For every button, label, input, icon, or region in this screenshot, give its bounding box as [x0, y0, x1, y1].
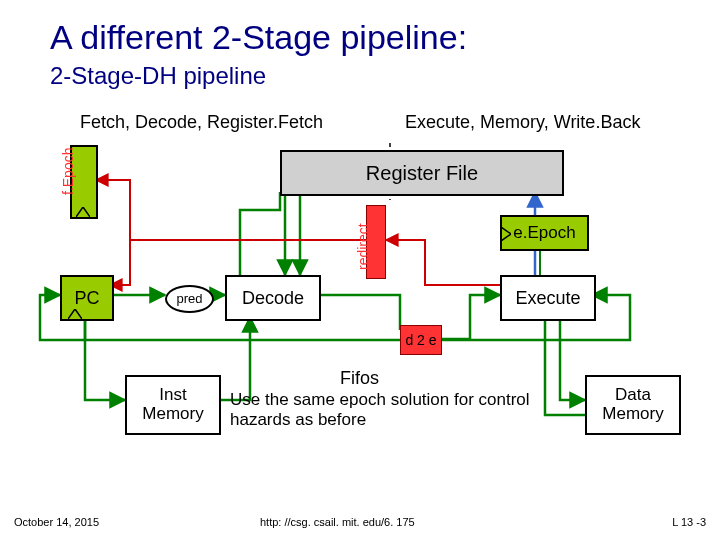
decode-box: Decode [225, 275, 321, 321]
pred-box: pred [165, 285, 214, 313]
fepoch-label: f.Epoch [60, 148, 76, 195]
stage-left-label: Fetch, Decode, Register.Fetch [80, 112, 323, 133]
footer-url: http: //csg. csail. mit. edu/6. 175 [260, 516, 415, 528]
fifos-label: Fifos [340, 368, 379, 389]
redirect-label: redirect [355, 223, 371, 270]
data-memory-box: Data Memory [585, 375, 681, 435]
footer-page: L 13 -3 [672, 516, 706, 528]
pc-label: PC [74, 288, 99, 309]
slide-subtitle: 2-Stage-DH pipeline [50, 62, 266, 90]
datamem-l2: Memory [602, 404, 663, 423]
register-file-box: Register File [280, 150, 564, 196]
inst-memory-box: Inst Memory [125, 375, 221, 435]
footer-date: October 14, 2015 [14, 516, 99, 528]
stage-right-label: Execute, Memory, Write.Back [405, 112, 640, 133]
eepoch-label: e.Epoch [513, 223, 575, 243]
slide: A different 2-Stage pipeline: 2-Stage-DH… [0, 0, 720, 540]
pc-box: PC [60, 275, 114, 321]
datamem-l1: Data [615, 385, 651, 404]
slide-title: A different 2-Stage pipeline: [50, 18, 467, 57]
instmem-l2: Memory [142, 404, 203, 423]
pipeline-diagram: f.Epoch Register File PC pred Decode red… [30, 140, 690, 430]
instmem-l1: Inst [159, 385, 186, 404]
d2e-fifo: d 2 e [400, 325, 442, 355]
epoch-note: Use the same epoch solution for control … [230, 390, 560, 429]
execute-box: Execute [500, 275, 596, 321]
eepoch-box: e.Epoch [500, 215, 589, 251]
